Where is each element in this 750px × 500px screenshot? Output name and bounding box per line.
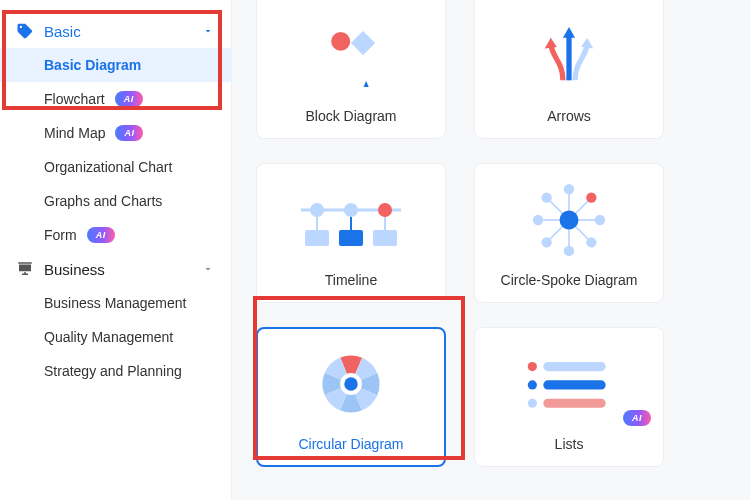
svg-point-8 xyxy=(344,203,358,217)
sidebar-item-label: Mind Map xyxy=(44,125,105,141)
sidebar-item-flowchart[interactable]: Flowchart AI xyxy=(0,82,231,116)
block-diagram-icon xyxy=(267,10,435,102)
svg-rect-13 xyxy=(305,230,329,246)
sidebar-item-organizational-chart[interactable]: Organizational Chart xyxy=(0,150,231,184)
card-timeline[interactable]: Timeline xyxy=(256,163,446,303)
svg-rect-14 xyxy=(339,230,363,246)
sidebar-item-form[interactable]: Form AI xyxy=(0,218,231,252)
svg-point-29 xyxy=(564,246,574,256)
card-circular-diagram[interactable]: Circular Diagram xyxy=(256,327,446,467)
circular-diagram-icon xyxy=(267,338,435,430)
sidebar-item-graphs-and-charts[interactable]: Graphs and Charts xyxy=(0,184,231,218)
arrows-icon xyxy=(485,10,653,102)
sidebar: Basic Basic Diagram Flowchart AI Mind Ma… xyxy=(0,0,232,500)
tag-icon xyxy=(16,22,34,40)
sidebar-item-label: Quality Management xyxy=(44,329,173,345)
chevron-down-icon xyxy=(201,24,215,38)
sidebar-group-label: Business xyxy=(44,261,201,278)
svg-rect-36 xyxy=(543,362,605,371)
card-caption: Arrows xyxy=(547,108,591,124)
sidebar-group-basic[interactable]: Basic xyxy=(0,14,231,48)
circle-spoke-icon xyxy=(485,174,653,266)
sidebar-item-strategy-and-planning[interactable]: Strategy and Planning xyxy=(0,354,231,388)
ai-badge: AI xyxy=(623,410,651,426)
card-caption: Lists xyxy=(555,436,584,452)
ai-badge: AI xyxy=(87,227,115,243)
card-arrows[interactable]: Arrows xyxy=(474,0,664,139)
card-caption: Circular Diagram xyxy=(298,436,403,452)
svg-point-31 xyxy=(533,215,543,225)
sidebar-item-label: Basic Diagram xyxy=(44,57,141,73)
svg-point-0 xyxy=(331,32,350,51)
svg-rect-15 xyxy=(373,230,397,246)
sidebar-item-label: Form xyxy=(44,227,77,243)
sidebar-item-basic-diagram[interactable]: Basic Diagram xyxy=(0,48,231,82)
sidebar-group-business[interactable]: Business xyxy=(0,252,231,286)
svg-rect-1 xyxy=(351,31,375,55)
sidebar-item-label: Graphs and Charts xyxy=(44,193,162,209)
svg-point-25 xyxy=(564,184,574,194)
svg-point-34 xyxy=(344,377,357,390)
sidebar-item-label: Strategy and Planning xyxy=(44,363,182,379)
timeline-icon xyxy=(267,174,435,266)
card-circle-spoke-diagram[interactable]: Circle-Spoke Diagram xyxy=(474,163,664,303)
card-lists[interactable]: AI Lists xyxy=(474,327,664,467)
svg-point-27 xyxy=(595,215,605,225)
sidebar-item-quality-management[interactable]: Quality Management xyxy=(0,320,231,354)
svg-point-37 xyxy=(528,380,537,389)
sidebar-item-label: Organizational Chart xyxy=(44,159,172,175)
svg-point-7 xyxy=(310,203,324,217)
ai-badge: AI xyxy=(115,125,143,141)
svg-marker-4 xyxy=(545,38,557,49)
sidebar-item-mind-map[interactable]: Mind Map AI xyxy=(0,116,231,150)
sidebar-item-label: Business Management xyxy=(44,295,186,311)
sidebar-item-label: Flowchart xyxy=(44,91,105,107)
svg-marker-2 xyxy=(357,81,376,87)
card-caption: Circle-Spoke Diagram xyxy=(501,272,638,288)
ai-badge: AI xyxy=(115,91,143,107)
svg-point-39 xyxy=(528,399,537,408)
svg-point-24 xyxy=(560,211,579,230)
svg-point-30 xyxy=(541,237,551,247)
svg-point-9 xyxy=(378,203,392,217)
sidebar-item-business-management[interactable]: Business Management xyxy=(0,286,231,320)
card-block-diagram[interactable]: Block Diagram xyxy=(256,0,446,139)
svg-marker-3 xyxy=(563,27,575,38)
svg-rect-40 xyxy=(543,399,605,408)
template-gallery: Block Diagram Arrows xyxy=(232,0,750,500)
presentation-icon xyxy=(16,260,34,278)
card-caption: Timeline xyxy=(325,272,377,288)
svg-point-32 xyxy=(541,192,551,202)
chevron-down-icon xyxy=(201,262,215,276)
svg-point-28 xyxy=(586,237,596,247)
sidebar-group-label: Basic xyxy=(44,23,201,40)
svg-marker-5 xyxy=(581,38,593,49)
svg-rect-38 xyxy=(543,380,605,389)
svg-point-35 xyxy=(528,362,537,371)
card-caption: Block Diagram xyxy=(305,108,396,124)
svg-point-26 xyxy=(586,192,596,202)
